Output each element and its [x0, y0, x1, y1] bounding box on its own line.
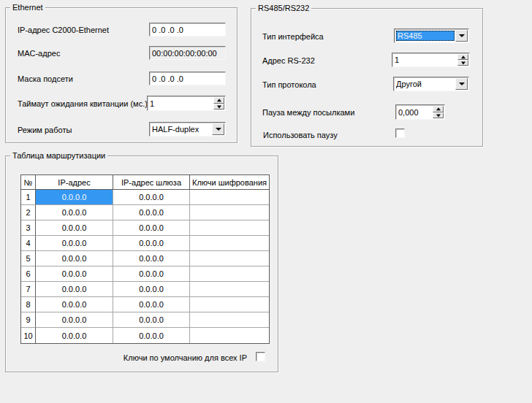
routing-cell-ip[interactable]: 0.0.0.0 [36, 282, 113, 297]
routing-cell-ip[interactable]: 0.0.0.0 [36, 312, 113, 328]
routing-cell-key[interactable] [190, 297, 269, 312]
chevron-down-icon[interactable] [455, 78, 468, 90]
routing-cell-n: 6 [21, 266, 36, 282]
routing-cell-key[interactable] [190, 266, 269, 282]
rs232-address-value: 1 [395, 53, 457, 66]
routing-header-cell: IP-адрес шлюза [113, 175, 190, 190]
protocol-type-value: Другой [396, 77, 455, 91]
subnet-mask-label: Маска подсети [18, 74, 73, 84]
rs232-spin-buttons [457, 54, 468, 66]
mac-address-label: MAC-адрес [18, 49, 60, 58]
protocol-type-combobox[interactable]: Другой [393, 77, 469, 91]
rs485-group-title: RS485/RS232 [256, 3, 311, 13]
chevron-down-icon[interactable] [455, 30, 468, 42]
routing-cell-ip[interactable]: 0.0.0.0 [36, 266, 113, 282]
pause-value: 0,000 [398, 105, 432, 119]
routing-cell-ip[interactable]: 0.0.0.0 [36, 297, 113, 312]
routing-cell-ip[interactable]: 0.0.0.0 [36, 220, 113, 236]
routing-cell-n: 4 [21, 236, 36, 251]
table-row: 20.0.0.00.0.0.0 [21, 205, 269, 220]
work-mode-value: HALF-duplex [152, 123, 211, 136]
subnet-mask-value: 0 .0 .0 .0 [152, 72, 224, 85]
routing-table: №IP-адресIP-адрес шлюзаКлючи шифрования1… [20, 174, 270, 344]
spin-down-button[interactable] [213, 104, 224, 110]
routing-cell-gateway[interactable]: 0.0.0.0 [113, 312, 190, 328]
routing-cell-gateway[interactable]: 0.0.0.0 [113, 205, 190, 220]
table-row: 90.0.0.00.0.0.0 [21, 312, 269, 328]
default-keys-checkbox[interactable] [256, 352, 265, 361]
spin-down-button[interactable] [457, 60, 468, 66]
routing-cell-ip[interactable]: 0.0.0.0 [36, 236, 113, 251]
table-row: 40.0.0.00.0.0.0 [21, 236, 269, 251]
routing-cell-key[interactable] [190, 205, 269, 220]
routing-cell-n: 7 [21, 282, 36, 297]
pause-spinner[interactable]: 0,000 [395, 104, 445, 120]
ethernet-group-title: Ethernet [10, 2, 45, 12]
work-mode-combobox[interactable]: HALF-duplex [149, 122, 226, 137]
routing-cell-gateway[interactable]: 0.0.0.0 [113, 266, 190, 282]
routing-table-header-row: №IP-адресIP-адрес шлюзаКлючи шифрования [21, 175, 269, 190]
routing-cell-n: 9 [21, 312, 36, 328]
ip-address-value: 0 .0 .0 .0 [152, 23, 224, 36]
table-row: 80.0.0.00.0.0.0 [21, 297, 269, 312]
routing-cell-key[interactable] [190, 328, 269, 343]
routing-header-cell: Ключи шифрования [190, 175, 269, 190]
table-row: 60.0.0.00.0.0.0 [21, 266, 269, 282]
routing-cell-n: 1 [21, 190, 36, 205]
table-row: 30.0.0.00.0.0.0 [21, 220, 269, 236]
rs485-rs232-group: RS485/RS232 Тип интерфейса RS485 Адрес R… [251, 8, 483, 147]
timeout-value: 1 [150, 96, 213, 110]
spin-up-button[interactable] [457, 54, 468, 60]
spin-down-button[interactable] [433, 112, 444, 119]
timeout-spinner[interactable]: 1 [147, 96, 226, 111]
table-row: 70.0.0.00.0.0.0 [21, 282, 269, 297]
routing-cell-ip[interactable]: 0.0.0.0 [36, 328, 113, 343]
routing-cell-gateway[interactable]: 0.0.0.0 [113, 328, 190, 343]
use-pause-checkbox[interactable] [395, 128, 405, 138]
routing-cell-ip[interactable]: 0.0.0.0 [36, 205, 113, 220]
routing-cell-n: 3 [21, 220, 36, 236]
routing-cell-n: 8 [21, 297, 36, 312]
routing-cell-key[interactable] [190, 220, 269, 236]
routing-cell-ip[interactable]: 0.0.0.0 [36, 251, 113, 266]
spin-up-button[interactable] [433, 106, 444, 112]
subnet-mask-input[interactable]: 0 .0 .0 .0 [149, 72, 226, 85]
default-keys-label: Ключи по умолчанию для всех IP [123, 353, 247, 363]
interface-type-combobox[interactable]: RS485 [394, 28, 469, 43]
table-row: 100.0.0.00.0.0.0 [21, 328, 269, 343]
routing-cell-ip[interactable]: 0.0.0.0 [36, 190, 113, 205]
routing-cell-n: 10 [21, 328, 36, 343]
config-panel: { "colors": { "background": "#efefef", "… [0, 0, 532, 403]
work-mode-label: Режим работы [18, 126, 72, 135]
ethernet-group: Ethernet IP-адрес C2000-Ethernet 0 .0 .0… [5, 7, 238, 143]
spin-up-button[interactable] [213, 97, 224, 104]
routing-cell-gateway[interactable]: 0.0.0.0 [113, 282, 190, 297]
routing-cell-gateway[interactable]: 0.0.0.0 [113, 251, 190, 266]
routing-cell-gateway[interactable]: 0.0.0.0 [113, 220, 190, 236]
routing-group-title: Таблица маршрутизации [10, 150, 107, 161]
ip-address-input[interactable]: 0 .0 .0 .0 [149, 23, 226, 37]
routing-table-group: Таблица маршрутизации №IP-адресIP-адрес … [5, 156, 278, 372]
protocol-type-label: Тип протокола [262, 80, 316, 90]
routing-cell-n: 5 [21, 251, 36, 266]
routing-header-cell: № [21, 175, 36, 190]
routing-cell-key[interactable] [190, 282, 269, 297]
routing-cell-gateway[interactable]: 0.0.0.0 [113, 297, 190, 312]
routing-cell-key[interactable] [190, 190, 269, 205]
mac-address-value: 00:00:00:00:00:00 [152, 47, 224, 59]
routing-cell-key[interactable] [190, 251, 269, 266]
timeout-label: Таймаут ожидания квитанции (мс.) [18, 99, 148, 109]
mac-address-field: 00:00:00:00:00:00 [149, 46, 226, 60]
interface-type-label: Тип интерфейса [262, 32, 324, 42]
routing-header-cell: IP-адрес [36, 175, 113, 190]
use-pause-label: Использовать паузу [263, 131, 338, 140]
routing-cell-key[interactable] [190, 312, 269, 328]
timeout-spin-buttons [213, 97, 224, 110]
routing-cell-key[interactable] [190, 236, 269, 251]
routing-cell-n: 2 [21, 205, 36, 220]
rs232-address-spinner[interactable]: 1 [392, 53, 470, 67]
routing-cell-gateway[interactable]: 0.0.0.0 [113, 190, 190, 205]
ip-address-label: IP-адрес C2000-Ethernet [18, 26, 109, 35]
routing-cell-gateway[interactable]: 0.0.0.0 [113, 236, 190, 251]
chevron-down-icon[interactable] [212, 123, 224, 135]
